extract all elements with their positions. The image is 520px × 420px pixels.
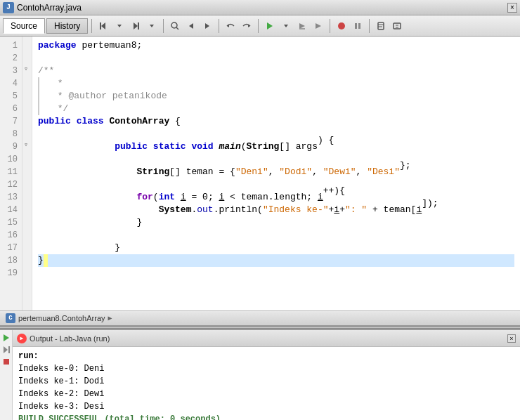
svg-rect-1 bbox=[100, 22, 101, 29]
back-btn[interactable] bbox=[96, 18, 111, 34]
forward-btn[interactable] bbox=[128, 18, 143, 34]
code-line-1: package pertemuan8; bbox=[38, 39, 514, 52]
svg-rect-28 bbox=[8, 346, 10, 353]
play-btn[interactable] bbox=[1, 333, 11, 343]
code-editor[interactable]: package pertemuan8; /** * * @author peta… bbox=[32, 37, 520, 310]
task-btn[interactable] bbox=[389, 18, 405, 34]
toolbar-group-extra bbox=[373, 18, 405, 34]
svg-marker-14 bbox=[299, 23, 305, 29]
tab-source[interactable]: Source bbox=[3, 18, 45, 34]
step-into-btn[interactable] bbox=[294, 18, 310, 34]
run-btn[interactable] bbox=[262, 18, 278, 34]
svg-point-6 bbox=[171, 22, 177, 28]
output-line-1: Indeks ke-1: Dodi bbox=[18, 375, 514, 388]
toolbar: Source History bbox=[0, 15, 520, 37]
code-line-5: * @author petanikode bbox=[38, 90, 514, 103]
title-close-btn[interactable]: × bbox=[507, 3, 517, 13]
svg-marker-5 bbox=[150, 25, 154, 27]
toolbar-group-stop bbox=[334, 18, 365, 34]
toolbar-separator-6 bbox=[369, 19, 370, 33]
stop-btn[interactable] bbox=[334, 18, 349, 34]
svg-rect-29 bbox=[4, 359, 9, 365]
bookmark-btn[interactable] bbox=[373, 18, 389, 34]
code-line-7: public class ContohArray { bbox=[38, 115, 514, 128]
stop-small-btn[interactable] bbox=[1, 357, 11, 367]
svg-point-17 bbox=[338, 22, 345, 29]
toolbar-separator-2 bbox=[163, 19, 164, 33]
kw-package: package bbox=[38, 39, 77, 52]
fold-marker-9[interactable]: ▿ bbox=[24, 140, 28, 149]
output-line-0: Indeks ke-0: Deni bbox=[18, 362, 514, 375]
svg-marker-12 bbox=[267, 22, 273, 29]
output-line-2: Indeks ke-2: Dewi bbox=[18, 388, 514, 400]
step-btn[interactable] bbox=[1, 345, 11, 355]
prev-occurrence-btn[interactable] bbox=[183, 18, 199, 34]
svg-marker-13 bbox=[284, 25, 288, 27]
svg-rect-19 bbox=[358, 23, 360, 29]
breadcrumb-text[interactable]: pertemuan8.ContohArray bbox=[18, 314, 105, 322]
fold-area: ▿ ▿ bbox=[22, 37, 32, 310]
output-icon: ▶ bbox=[17, 334, 27, 343]
svg-marker-8 bbox=[189, 23, 193, 29]
svg-line-7 bbox=[176, 27, 178, 29]
svg-marker-9 bbox=[205, 23, 209, 29]
output-run-label: run: bbox=[18, 350, 514, 362]
prev-edit-btn[interactable] bbox=[223, 18, 238, 34]
output-line-3: Indeks ke-3: Desi bbox=[18, 400, 514, 413]
nav-dropdown-btn[interactable] bbox=[112, 18, 127, 34]
output-build-success: BUILD SUCCESSFUL (total time: 0 seconds) bbox=[18, 413, 514, 420]
toolbar-group-nav bbox=[96, 18, 160, 34]
code-line-4: * bbox=[38, 77, 514, 90]
svg-rect-4 bbox=[138, 22, 139, 29]
code-line-3: /** bbox=[38, 65, 514, 77]
svg-marker-0 bbox=[101, 22, 105, 29]
fold-marker-3[interactable]: ▿ bbox=[24, 65, 28, 73]
file-icon: J bbox=[3, 2, 14, 13]
line-numbers: 1 2 3 4 5 6 7 8 9 10 11 12 13 14 15 16 1… bbox=[0, 37, 22, 310]
output-content: run: Indeks ke-0: Deni Indeks ke-1: Dodi… bbox=[13, 347, 520, 420]
fwd-dropdown-btn[interactable] bbox=[144, 18, 160, 34]
svg-marker-2 bbox=[117, 25, 122, 27]
search-btn[interactable] bbox=[167, 18, 183, 34]
title-bar: J ContohArray.java × bbox=[0, 0, 520, 15]
tab-history[interactable]: History bbox=[46, 18, 88, 34]
bottom-area: ▶ Output - Lab-Java (run) × run: Indeks … bbox=[0, 329, 520, 420]
step-over-btn[interactable] bbox=[311, 18, 326, 34]
pause-btn[interactable] bbox=[350, 18, 365, 34]
toolbar-separator-4 bbox=[258, 19, 259, 33]
next-occurrence-btn[interactable] bbox=[200, 18, 215, 34]
breadcrumb-icon: C bbox=[6, 313, 15, 323]
svg-marker-27 bbox=[4, 346, 8, 353]
code-line-2 bbox=[38, 52, 514, 65]
code-line-9: public static void main(String[] args) { bbox=[38, 140, 514, 153]
toolbar-separator-5 bbox=[330, 19, 330, 33]
toolbar-group-search bbox=[167, 18, 215, 34]
toolbar-group-run bbox=[262, 18, 326, 34]
breadcrumb-bar: C pertemuan8.ContohArray ▶ bbox=[0, 310, 520, 326]
code-line-6: */ bbox=[38, 103, 514, 115]
code-line-11: String[] teman = {"Deni", "Dodi", "Dewi"… bbox=[38, 166, 514, 178]
output-panel: ▶ Output - Lab-Java (run) × run: Indeks … bbox=[13, 330, 520, 420]
title-bar-filename: ContohArray.java bbox=[17, 3, 505, 13]
toolbar-group-history bbox=[223, 18, 254, 34]
code-line-17: } bbox=[38, 242, 514, 254]
svg-marker-26 bbox=[4, 334, 9, 341]
editor-container: 1 2 3 4 5 6 7 8 9 10 11 12 13 14 15 16 1… bbox=[0, 37, 520, 310]
output-header: ▶ Output - Lab-Java (run) × bbox=[13, 330, 520, 347]
svg-rect-20 bbox=[378, 22, 384, 29]
output-title: Output - Lab-Java (run) bbox=[30, 334, 505, 343]
run-controls bbox=[0, 330, 13, 420]
next-edit-btn[interactable] bbox=[239, 18, 254, 34]
toolbar-separator-3 bbox=[219, 19, 219, 33]
svg-rect-23 bbox=[394, 23, 401, 29]
svg-marker-3 bbox=[134, 22, 138, 29]
breadcrumb-arrow: ▶ bbox=[108, 314, 112, 322]
run-dropdown-btn[interactable] bbox=[278, 18, 294, 34]
svg-rect-18 bbox=[355, 23, 357, 29]
toolbar-separator-1 bbox=[91, 19, 92, 33]
code-line-19 bbox=[38, 267, 514, 280]
output-close-btn[interactable]: × bbox=[507, 334, 516, 343]
svg-marker-16 bbox=[316, 23, 321, 29]
